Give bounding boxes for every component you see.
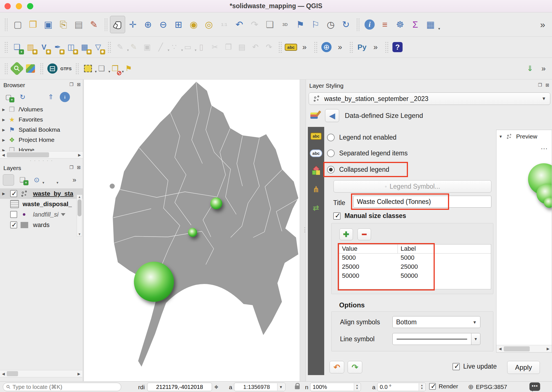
labels-panel-tab[interactable]: abc (310, 133, 322, 140)
add-size-class-button[interactable]: ✚ (339, 228, 353, 240)
browser-float-icon[interactable] (69, 82, 73, 87)
3d-view-panel-tab[interactable] (312, 167, 320, 175)
layers-horizontal-scrollbar[interactable]: ◀ ▶ (0, 370, 82, 377)
zoom-in[interactable]: ⊕ (140, 16, 156, 33)
new-mesh-layer[interactable]: ◫✱ (64, 39, 78, 55)
scrollbar-thumb[interactable] (78, 199, 81, 216)
line-symbol-dropdown[interactable]: ▼ (471, 333, 480, 345)
plugin-downloader[interactable]: ⇓ (523, 61, 537, 76)
delete-selected[interactable]: ▯ (195, 39, 208, 55)
crs-status[interactable]: ⊕ EPSG:3857 (468, 383, 507, 391)
layer-wards[interactable]: wards (0, 220, 83, 230)
radio-button-selected[interactable] (327, 166, 335, 173)
preview-collapse-icon[interactable]: ▼ (499, 134, 503, 139)
new-spatial-bookmark[interactable]: ⚑ (293, 16, 308, 33)
map-panel-splitter[interactable] (300, 80, 306, 381)
select-features[interactable] (81, 61, 95, 76)
zoom-to-selection[interactable]: ◉ (186, 16, 201, 33)
manage-map-themes[interactable]: ⊙ (31, 174, 42, 186)
pan-map[interactable] (110, 16, 125, 33)
layers-float-icon[interactable] (69, 165, 73, 170)
processing-toolbox[interactable]: ☸ (392, 16, 408, 33)
expand-arrow-icon[interactable] (2, 138, 9, 142)
legend-symbol-button[interactable]: Legend Symbol... (334, 180, 491, 193)
add-group[interactable]: ❏+ (17, 174, 28, 186)
scale-lock-icon[interactable] (295, 386, 300, 389)
rotation-spinbox[interactable]: 0.0 ° ▲▼ (377, 383, 426, 391)
select-by-overlap[interactable]: ❒⊘ (108, 61, 122, 76)
layer-visibility-checkbox[interactable] (10, 221, 17, 228)
remove-size-class-button[interactable]: ━ (357, 228, 371, 240)
new-shapefile-layer[interactable]: V✱ (37, 39, 51, 55)
labeling-overflow[interactable]: » (298, 39, 311, 55)
new-geopackage-layer[interactable]: ▥✱ (24, 39, 37, 55)
show-sum-statistics[interactable]: Σ (408, 16, 423, 33)
size-classes-table[interactable]: Value Label 5000 5000 25000 25000 (339, 244, 491, 289)
layer-selector-dropdown[interactable]: waste_by_station_september _2023 ▼ (309, 93, 550, 105)
scrollbar-thumb[interactable] (7, 371, 18, 376)
help-contents[interactable]: ? (391, 39, 404, 55)
browser-refresh[interactable]: ↻ (17, 91, 28, 103)
scrollbar-thumb[interactable] (7, 152, 49, 157)
plugins-overflow[interactable]: » (369, 39, 382, 55)
table-row[interactable]: 25000 25000 (339, 263, 491, 272)
locator-search-box[interactable]: ⚲ (3, 383, 121, 391)
zoom-full-extent[interactable]: ⊞ (171, 16, 186, 33)
new-project[interactable]: ▢ (10, 16, 25, 33)
spinner-arrows[interactable]: ▲▼ (354, 383, 360, 391)
browser-properties[interactable]: i (59, 91, 70, 103)
modify-attributes[interactable]: ▭ (181, 39, 195, 55)
open-layer-styling-panel[interactable] (3, 174, 14, 186)
close-window-button[interactable] (5, 3, 11, 9)
manual-size-classes-checkbox[interactable] (333, 212, 341, 220)
zoom-out[interactable]: ⊖ (156, 16, 171, 33)
radio-row-legend-not-enabled[interactable]: Legend not enabled (327, 132, 396, 143)
preview-horizontal-scrollbar[interactable]: ◀ ▶ (496, 345, 552, 352)
browser-vertical-scrollbar[interactable]: ▲ ▼ (77, 195, 82, 236)
browser-collapse-all[interactable]: ⇑ (45, 91, 56, 103)
expand-arrow-icon[interactable] (2, 128, 9, 132)
styling-float-icon[interactable] (538, 82, 542, 88)
zoom-native[interactable]: 1:1 (217, 16, 232, 33)
new-3d-map-view[interactable]: 3D (277, 16, 293, 33)
transit-routing[interactable]: ⊟ (46, 61, 59, 76)
toggle-editing[interactable]: ✎ (127, 39, 140, 55)
layers-close-icon[interactable] (77, 165, 81, 170)
radio-button[interactable] (327, 149, 335, 157)
style-manager[interactable]: ✎ (86, 16, 101, 33)
browser-horizontal-scrollbar[interactable]: ◀ ▶ (0, 151, 83, 158)
layer-waste-by-station[interactable]: waste_by_sta (0, 188, 83, 199)
align-symbols-dropdown[interactable]: Bottom ▼ (392, 316, 480, 328)
map-canvas[interactable] (84, 80, 300, 381)
gtfs-loader[interactable]: GTFS (59, 61, 73, 76)
locator-input[interactable] (12, 384, 118, 390)
expand-arrow-icon[interactable] (2, 118, 9, 122)
new-print-layout[interactable]: ⎘ (56, 16, 71, 33)
save-project[interactable]: ▣ (41, 16, 56, 33)
style-undo-button[interactable]: ↶ (330, 361, 344, 373)
history-panel-tab[interactable]: ⇄ (313, 204, 319, 212)
layer-visibility-checkbox[interactable] (10, 211, 17, 218)
maximize-window-button[interactable] (27, 3, 33, 9)
new-map-view[interactable]: ❏ (262, 16, 277, 33)
radio-row-collapsed-legend[interactable]: Collapsed legend (327, 164, 389, 175)
expand-arrow-icon[interactable] (2, 191, 10, 196)
vertex-tool[interactable]: ∵ (167, 39, 181, 55)
digitize-line[interactable]: ╱ (154, 39, 167, 55)
browser-tree-item[interactable]: ★ Favorites (0, 114, 76, 125)
deselect-features[interactable]: ❏ (95, 61, 108, 76)
extents-toggle-icon[interactable]: ⌖ (214, 383, 218, 391)
back-button[interactable]: ◀ (325, 109, 339, 122)
layers-overflow[interactable]: » (69, 174, 80, 186)
copy-features[interactable]: ❐ (222, 39, 235, 55)
live-update-row[interactable]: Live update (452, 363, 497, 370)
save-layer-edits[interactable]: ▣ (140, 39, 154, 55)
python-console[interactable]: Py (355, 39, 369, 55)
table-row[interactable]: 5000 5000 (339, 254, 491, 263)
style-redo-button[interactable]: ↷ (348, 361, 362, 373)
coordinate-input[interactable] (150, 384, 209, 390)
line-symbol-preview[interactable] (392, 333, 471, 345)
browser-tree-item[interactable]: ❒ Home (0, 145, 76, 151)
show-spatial-bookmarks[interactable]: ⚐ (308, 16, 323, 33)
osm-place-search[interactable]: ⚲ (10, 61, 24, 76)
